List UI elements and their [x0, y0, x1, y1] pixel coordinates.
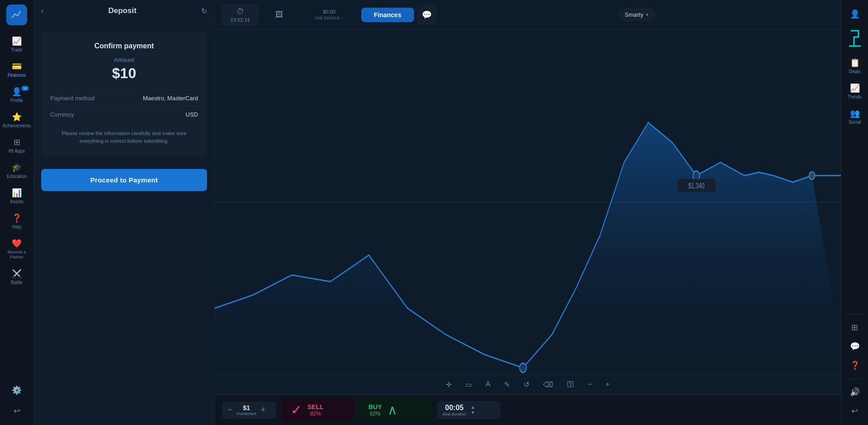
sell-info: SELL 82%	[307, 403, 324, 417]
main-area: ⏱ 23:52:14 🖼 $0.00 real balance ↓ Financ…	[215, 0, 841, 425]
brand-logo-icon	[846, 27, 864, 50]
chart-svg: $1,300 $1,340	[215, 30, 841, 374]
sidebar-item-settings[interactable]: ⚙️	[1, 382, 33, 399]
invest-minus-button[interactable]: −	[227, 405, 232, 415]
rs-grid-button[interactable]: ⊞	[843, 319, 867, 336]
grid-icon: ⊞	[851, 322, 858, 332]
message-button[interactable]: 💬	[417, 5, 437, 25]
balance-button[interactable]: $0.00 real balance ↓	[300, 6, 359, 23]
payment-method-key: Payment method	[50, 95, 94, 102]
rs-social-button[interactable]: 👥 Social	[843, 105, 867, 128]
refresh-button[interactable]: ↻	[201, 7, 207, 15]
sidebar-item-label: Battle	[11, 280, 23, 285]
sidebar-item-trade[interactable]: 📈 Trade	[1, 33, 33, 56]
proceed-to-payment-button[interactable]: Proceed to Payment	[41, 169, 207, 191]
timer-button[interactable]: ⏱ 23:52:14	[222, 4, 258, 26]
gallery-button[interactable]: 🖼	[261, 7, 297, 23]
chart-dot-mid	[693, 171, 700, 181]
help-icon: ❓	[12, 213, 22, 223]
rs-sound-button[interactable]: 🔊	[843, 383, 867, 401]
finances-icon: 💳	[12, 61, 22, 71]
sidebar-item-label: Help	[12, 224, 22, 229]
rs-help-button[interactable]: ❓	[843, 357, 867, 374]
rs-trends-button[interactable]: 📈 Trends	[843, 79, 867, 103]
trade-icon: 📈	[12, 36, 22, 46]
buy-label: BUY	[368, 403, 382, 411]
pencil-tool[interactable]: ✎	[501, 378, 513, 391]
profile-icon: 👤	[12, 87, 22, 97]
chart-dot-end	[809, 172, 815, 180]
rs-chat-button[interactable]: 💬	[843, 338, 867, 355]
rs-divider2	[846, 378, 864, 379]
sidebar-item-label: Assets	[10, 199, 24, 204]
chart-area: $1,300 $1,340	[215, 30, 841, 374]
payment-method-row: Payment method Maestro, MasterCard	[50, 90, 198, 106]
finances-tab-button[interactable]: Finances	[361, 8, 414, 22]
sidebar-item-help[interactable]: ❓ Help	[1, 210, 33, 233]
timer-icon: ⏱	[236, 7, 244, 16]
amount-value: $10	[50, 65, 198, 82]
sell-button[interactable]: ✓ SELL 82%	[282, 398, 354, 421]
duration-up-button[interactable]: ▲	[471, 405, 475, 410]
invest-amount-value: $1	[243, 404, 250, 411]
sidebar-item-label: Profile	[10, 98, 23, 103]
education-icon: 🎓	[12, 163, 22, 173]
sidebar-item-achievements[interactable]: ⭐ Achievements	[1, 108, 33, 132]
sidebar-item-become-partner[interactable]: ❤️ Become a Partner	[1, 235, 33, 263]
rs-user-button[interactable]: 👤	[843, 5, 867, 23]
sidebar-item-label: Education	[7, 174, 27, 179]
text-tool[interactable]: A	[483, 378, 493, 390]
balance-sub: real balance ↓	[315, 15, 343, 20]
zoom-out-tool[interactable]: −	[585, 378, 594, 390]
eraser-tool[interactable]: ⌫	[540, 378, 556, 391]
zoom-in-tool[interactable]: +	[603, 378, 612, 390]
duration-label: deal duration	[443, 412, 466, 416]
rs-deals-button[interactable]: 📋 Deals	[843, 54, 867, 78]
investment-control: − $1 investment +	[222, 402, 276, 419]
currency-value: USD	[186, 111, 198, 118]
top-nav: ⏱ 23:52:14 🖼 $0.00 real balance ↓ Financ…	[215, 0, 841, 30]
buy-percentage: 82%	[370, 411, 381, 417]
chat-icon: 💬	[850, 341, 860, 351]
invest-plus-button[interactable]: +	[261, 405, 266, 415]
sidebar-item-exit[interactable]: ↩	[1, 402, 33, 420]
lock-tool[interactable]: ⚿	[564, 378, 577, 390]
sidebar-item-assets[interactable]: 📊 Assets	[1, 184, 33, 208]
exit-icon: ↩	[14, 406, 20, 416]
smarty-selector[interactable]: Smarty ▾	[618, 9, 655, 21]
help2-icon: ❓	[850, 360, 860, 370]
battle-icon: ⚔️	[12, 269, 22, 279]
amount-label: Amount	[50, 56, 198, 63]
rs-divider	[846, 314, 864, 314]
rectangle-tool[interactable]: ▭	[462, 378, 475, 391]
settings-icon: ⚙️	[12, 385, 22, 395]
duration-control: 00:05 deal duration ▲ ▼	[437, 401, 500, 419]
rs-trends-label: Trends	[848, 94, 862, 99]
timer-value: 23:52:14	[231, 17, 250, 23]
sell-label: SELL	[307, 403, 324, 411]
sidebar-item-finances[interactable]: 💳 Finances	[1, 58, 33, 81]
sidebar-item-label: Become a Partner	[3, 250, 31, 260]
rs-exit-button[interactable]: ↩	[843, 402, 867, 420]
sidebar-item-label: Achievements	[3, 123, 31, 128]
sidebar-item-battle[interactable]: ⚔️ Battle	[1, 265, 33, 289]
notice-text: Please review the information carefully …	[50, 130, 198, 145]
duration-chevrons: ▲ ▼	[471, 405, 475, 415]
duration-down-button[interactable]: ▼	[471, 411, 475, 415]
crosshair-tool[interactable]: ✛	[443, 378, 454, 391]
deposit-title: Deposit	[48, 6, 197, 15]
sidebar-item-profile[interactable]: 👤 Profile 10	[1, 83, 33, 107]
payment-method-value: Maestro, MasterCard	[143, 95, 198, 102]
buy-arrow-icon: ∧	[387, 402, 397, 418]
balance-value: $0.00	[323, 9, 335, 14]
invest-amount-display: $1 investment	[237, 404, 257, 416]
right-sidebar: 👤 📋 Deals 📈 Trends 👥 Social ⊞ 💬 ❓ 🔊 ↩	[841, 0, 868, 425]
buy-button[interactable]: BUY 82% ∧	[359, 398, 432, 421]
sidebar-item-apps[interactable]: ⊞ 89 Apps	[1, 134, 33, 157]
refresh-tool[interactable]: ↺	[521, 378, 532, 391]
svg-marker-2	[215, 122, 841, 368]
sidebar-item-education[interactable]: 🎓 Education	[1, 159, 33, 182]
bottom-bar: − $1 investment + ✓ SELL 82% BUY 82% ∧	[215, 394, 841, 425]
back-button[interactable]: ‹	[41, 7, 43, 15]
rs-logo	[846, 27, 864, 50]
